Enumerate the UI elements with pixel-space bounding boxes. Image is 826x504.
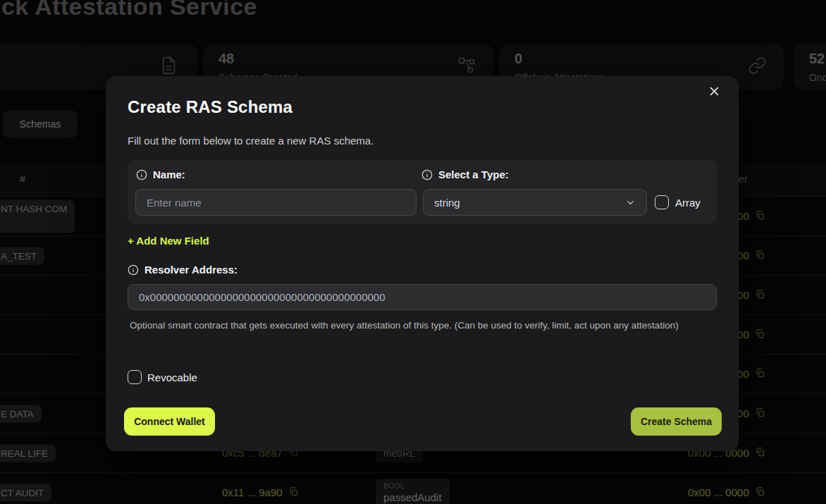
info-icon bbox=[136, 169, 147, 180]
chevron-down-icon bbox=[625, 197, 636, 208]
resolver-help-text: Optional smart contract that gets execut… bbox=[130, 319, 688, 333]
type-select-value: string bbox=[434, 197, 625, 209]
close-icon[interactable] bbox=[708, 85, 720, 100]
modal-subtitle: Fill out the form below to create a new … bbox=[128, 135, 374, 147]
array-checkbox[interactable] bbox=[655, 195, 669, 209]
resolver-address-input[interactable] bbox=[128, 284, 717, 310]
create-schema-button[interactable]: Create Schema bbox=[631, 407, 722, 436]
create-schema-modal: Create RAS Schema Fill out the form belo… bbox=[106, 76, 739, 451]
connect-wallet-button[interactable]: Connect Wallet bbox=[124, 407, 215, 436]
info-icon bbox=[421, 169, 433, 180]
array-label: Array bbox=[675, 197, 701, 209]
resolver-label: Resolver Address: bbox=[128, 264, 238, 276]
field-panel: Name: Select a Type: string Array bbox=[128, 160, 717, 223]
type-label: Select a Type: bbox=[421, 168, 509, 180]
revocable-checkbox[interactable] bbox=[128, 370, 142, 384]
info-icon bbox=[128, 264, 139, 276]
name-input[interactable] bbox=[135, 189, 417, 216]
type-select[interactable]: string bbox=[423, 189, 647, 216]
revocable-label: Revocable bbox=[147, 371, 197, 383]
add-new-field-link[interactable]: + Add New Field bbox=[128, 235, 209, 247]
modal-title: Create RAS Schema bbox=[128, 97, 292, 117]
name-label: Name: bbox=[136, 168, 185, 180]
